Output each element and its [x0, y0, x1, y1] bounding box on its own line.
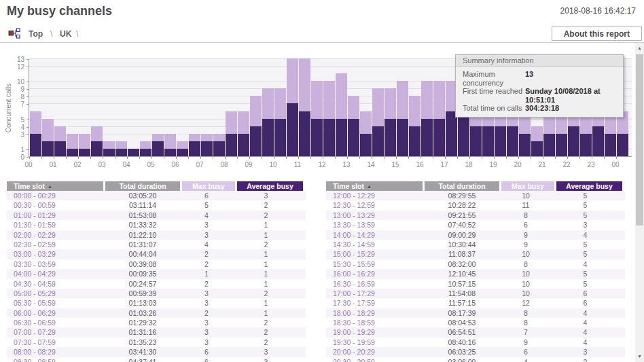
- x-axis-tick: [66, 157, 67, 159]
- average-busy-value: 6: [552, 298, 618, 308]
- max-busy-value: 12: [499, 298, 552, 308]
- total-duration-value: 06:03:25: [425, 347, 499, 357]
- vertical-scrollbar[interactable]: ▲ ▼: [635, 43, 644, 362]
- x-axis-hour-label: 21: [533, 161, 551, 168]
- scrollbar-thumb[interactable]: [636, 54, 643, 225]
- average-busy-value: 3: [552, 347, 618, 357]
- x-axis-tick: [347, 157, 348, 159]
- x-axis-hour-label: 01: [44, 161, 62, 168]
- time-slot-link[interactable]: 00:00 - 00:29: [7, 191, 105, 200]
- time-slot-link[interactable]: 19:30 - 19:59: [326, 338, 425, 347]
- bar-average-busy: [152, 141, 164, 156]
- x-axis-tick: [433, 157, 433, 159]
- x-axis-tick: [494, 157, 495, 159]
- time-slot-link[interactable]: 02:00 - 02:29: [7, 230, 105, 240]
- time-slot-link[interactable]: 02:30 - 02:59: [7, 240, 105, 249]
- time-slot-link[interactable]: 08:30 - 08:59: [7, 357, 105, 362]
- table-row: 19:30 - 19:5908:40:1694: [326, 338, 625, 347]
- bar-average-busy: [91, 141, 103, 156]
- time-slot-link[interactable]: 12:30 - 12:59: [326, 200, 425, 210]
- time-slot-link[interactable]: 17:30 - 17:59: [326, 298, 425, 308]
- table-row: 17:00 - 17:2911:54:08106: [326, 289, 625, 298]
- x-axis-hour-label: 08: [215, 161, 233, 168]
- average-busy-value: 2: [233, 338, 299, 347]
- time-slot-link[interactable]: 16:30 - 16:59: [326, 279, 425, 289]
- time-slot-link[interactable]: 15:30 - 15:59: [326, 259, 425, 269]
- column-header-time-slot[interactable]: Time slot▲: [7, 181, 103, 191]
- table-row: 00:00 - 00:2903:05:2063: [7, 191, 306, 200]
- table-row: 17:30 - 17:5911:57:15126: [326, 298, 625, 308]
- column-header-total-duration[interactable]: Total duration: [105, 181, 180, 191]
- bar-average-busy: [274, 119, 286, 156]
- bar-average-busy: [79, 149, 90, 156]
- time-slot-link[interactable]: 06:00 - 06:29: [7, 308, 105, 318]
- table-row: 06:00 - 06:2901:03:2621: [7, 308, 306, 318]
- time-slot-link[interactable]: 13:30 - 13:59: [326, 220, 425, 230]
- time-slot-link[interactable]: 12:00 - 12:29: [326, 191, 425, 200]
- breadcrumb-item-top[interactable]: Top: [29, 29, 43, 39]
- y-axis-tick-label: 3: [0, 131, 24, 139]
- time-slot-link[interactable]: 16:00 - 16:29: [326, 269, 425, 278]
- column-header-max-busy[interactable]: Max busy: [501, 181, 554, 191]
- time-slot-link[interactable]: 18:00 - 18:29: [326, 308, 425, 318]
- x-axis-tick: [176, 157, 177, 159]
- x-axis-tick: [225, 157, 226, 159]
- time-slot-link[interactable]: 14:30 - 14:59: [326, 240, 425, 249]
- time-slot-link[interactable]: 05:30 - 05:59: [7, 298, 105, 308]
- time-slot-link[interactable]: 08:00 - 08:29: [7, 347, 105, 357]
- time-slot-link[interactable]: 03:30 - 03:59: [7, 259, 105, 269]
- x-axis-tick: [139, 157, 140, 159]
- y-axis-tick: [26, 96, 29, 97]
- time-slot-link[interactable]: 07:30 - 07:59: [7, 338, 105, 347]
- about-this-report-button[interactable]: About this report: [552, 26, 642, 41]
- time-slot-link[interactable]: 14:00 - 14:29: [326, 230, 425, 240]
- y-axis-tick-label: 10: [0, 78, 24, 86]
- scroll-up-arrow[interactable]: ▲: [635, 43, 644, 54]
- time-slot-link[interactable]: 01:30 - 01:59: [7, 220, 105, 230]
- table-row: 12:00 - 12:2908:29:55105: [326, 191, 625, 200]
- x-axis-tick: [421, 157, 421, 159]
- x-axis-hour-label: 07: [191, 161, 209, 168]
- total-duration-value: 06:54:51: [425, 327, 499, 337]
- column-header-max-busy[interactable]: Max busy: [182, 181, 235, 191]
- column-header-average-busy[interactable]: Average busy: [556, 181, 622, 191]
- x-axis-hour-label: 17: [435, 161, 453, 168]
- bar-average-busy: [311, 119, 323, 156]
- time-slot-link[interactable]: 13:00 - 13:29: [326, 211, 425, 220]
- time-slot-link[interactable]: 20:00 - 20:29: [326, 347, 425, 357]
- sort-ascending-icon: ▲: [367, 184, 372, 189]
- time-slot-link[interactable]: 20:30 - 20:59: [326, 357, 425, 362]
- y-axis-tick-label: 13: [0, 56, 24, 63]
- time-slot-link[interactable]: 07:00 - 07:29: [7, 327, 105, 337]
- scroll-down-arrow[interactable]: ▼: [635, 351, 644, 362]
- time-slot-link[interactable]: 15:00 - 15:29: [326, 249, 425, 259]
- max-busy-value: 2: [180, 259, 233, 269]
- max-busy-value: 3: [180, 230, 233, 240]
- max-busy-value: 6: [499, 220, 552, 230]
- total-duration-value: 09:21:55: [425, 211, 499, 220]
- total-duration-value: 03:41:30: [105, 347, 180, 357]
- y-axis-tick-label: 12: [0, 63, 24, 71]
- time-slot-link[interactable]: 06:30 - 06:59: [7, 318, 105, 327]
- x-axis-tick: [567, 157, 568, 159]
- max-busy-value: 5: [180, 200, 233, 210]
- breadcrumb-item-uk[interactable]: UK: [60, 29, 71, 39]
- time-slot-link[interactable]: 19:00 - 19:29: [326, 327, 425, 337]
- time-slot-link[interactable]: 00:30 - 00:59: [7, 200, 105, 210]
- time-slot-link[interactable]: 17:00 - 17:29: [326, 289, 425, 298]
- column-header-time-slot[interactable]: Time slot▲: [326, 181, 423, 191]
- average-busy-value: 3: [233, 191, 299, 200]
- time-slot-link[interactable]: 01:00 - 01:29: [7, 211, 105, 220]
- summary-label: Total time on calls: [463, 104, 525, 113]
- x-axis-hour-label: 18: [460, 161, 478, 168]
- time-slot-link[interactable]: 05:00 - 05:29: [7, 289, 105, 298]
- x-axis-tick: [592, 157, 592, 159]
- time-slot-link[interactable]: 03:00 - 03:29: [7, 249, 105, 259]
- x-axis-tick: [555, 157, 556, 159]
- total-duration-value: 03:06:09: [425, 357, 499, 362]
- time-slot-link[interactable]: 04:00 - 04:29: [7, 269, 105, 278]
- column-header-total-duration[interactable]: Total duration: [425, 181, 499, 191]
- time-slot-link[interactable]: 04:30 - 04:59: [7, 279, 105, 289]
- column-header-average-busy[interactable]: Average busy: [237, 181, 303, 191]
- time-slot-link[interactable]: 18:30 - 18:59: [326, 318, 425, 327]
